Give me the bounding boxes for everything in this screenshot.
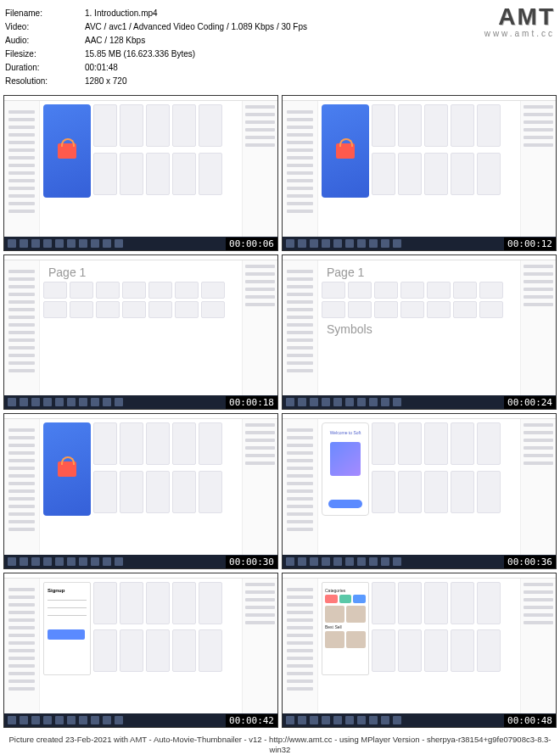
meta-label: Audio:	[5, 34, 85, 48]
sidebar-item	[287, 277, 313, 281]
artboard	[424, 471, 448, 513]
artboard	[374, 301, 398, 318]
sidebar-item	[287, 611, 313, 614]
taskbar-item	[43, 557, 52, 566]
product-image	[325, 606, 344, 623]
sidebar-item	[287, 171, 313, 175]
video-thumbnail: Signup00:00:42	[3, 573, 278, 729]
taskbar-item	[345, 716, 354, 724]
sidebar-item	[8, 171, 35, 175]
artboard-grid	[93, 582, 238, 675]
canvas-area: Signup	[40, 579, 242, 714]
sidebar-item	[287, 603, 313, 607]
sidebar-item	[8, 338, 35, 342]
sidebar-item	[524, 613, 553, 617]
artboard	[453, 301, 477, 318]
sidebar-item	[8, 672, 35, 675]
sidebar-item	[245, 288, 275, 291]
taskbar-item	[345, 239, 354, 248]
artboard	[400, 301, 424, 318]
sidebar-item	[245, 295, 275, 299]
meta-value: 15.85 MB (16.623.336 Bytes)	[85, 48, 555, 61]
sidebar-item	[287, 285, 313, 288]
sidebar-item	[524, 431, 553, 434]
sidebar-item	[245, 583, 275, 586]
page-label: Page 1	[43, 264, 238, 279]
taskbar-item	[393, 398, 401, 406]
artboard	[148, 282, 172, 299]
timestamp: 00:00:42	[226, 714, 277, 727]
welcome-button	[328, 500, 362, 508]
timestamp: 00:00:30	[226, 556, 277, 568]
artboard	[199, 629, 222, 672]
sidebar-item	[245, 613, 275, 617]
sidebar-item	[8, 277, 35, 281]
inspector-sidebar	[242, 260, 277, 396]
window-body: Signup	[4, 579, 277, 714]
sidebar-item	[287, 164, 313, 167]
artboard	[120, 104, 143, 147]
artboard-grid	[372, 104, 517, 198]
taskbar-item	[31, 557, 40, 566]
taskbar-item	[298, 239, 306, 248]
sidebar-item	[8, 210, 35, 213]
meta-label: Video:	[5, 20, 85, 34]
sidebar-item	[8, 687, 35, 691]
sidebar-item	[524, 446, 553, 450]
meta-row-resolution: Resolution: 1280 x 720	[5, 75, 555, 88]
taskbar-item	[115, 239, 123, 248]
taskbar-item	[31, 716, 40, 724]
taskbar-item	[381, 239, 389, 248]
footer-credits: Picture created 23-Feb-2021 with AMT - A…	[0, 731, 560, 755]
taskbar-item	[333, 557, 342, 566]
taskbar-item	[357, 557, 366, 566]
sidebar-item	[8, 649, 35, 652]
artboard	[374, 282, 398, 299]
window-body	[4, 101, 277, 237]
inspector-sidebar	[242, 579, 277, 714]
product-image	[346, 631, 366, 648]
artboard	[398, 582, 422, 624]
sidebar-item	[245, 423, 275, 427]
layers-sidebar	[4, 260, 40, 396]
sidebar-item	[287, 467, 313, 470]
taskbar-item	[345, 398, 354, 406]
meta-value: 00:01:48	[85, 61, 555, 75]
phone-preview-cart	[43, 422, 91, 516]
chip	[325, 595, 338, 603]
taskbar-item	[115, 398, 123, 406]
taskbar-item	[115, 716, 123, 724]
sidebar-item	[245, 590, 275, 594]
sidebar-item	[8, 187, 35, 190]
sidebar-item	[8, 316, 35, 319]
sidebar-item	[524, 598, 553, 601]
artboard	[199, 471, 222, 513]
taskbar-item	[31, 239, 40, 248]
input-line	[48, 600, 87, 601]
sidebar-item	[8, 489, 35, 493]
taskbar-item	[55, 239, 64, 248]
taskbar-item	[103, 239, 111, 248]
artboard	[424, 104, 448, 147]
sidebar-item	[287, 436, 313, 439]
sidebar-item	[8, 588, 35, 591]
sidebar-item	[524, 295, 553, 299]
taskbar-item	[31, 398, 40, 406]
product-image	[325, 631, 344, 648]
sidebar-item	[287, 126, 313, 129]
meta-value: 1280 x 720	[85, 75, 555, 88]
phone-preview-welcome: Welcome to Soft	[322, 422, 369, 516]
sidebar-item	[287, 338, 313, 342]
artboard	[372, 471, 395, 513]
sidebar-item	[524, 454, 553, 457]
taskbar-item	[103, 716, 111, 724]
amt-logo: AMT www.amt.cc	[484, 5, 555, 38]
artboard	[93, 629, 117, 672]
layers-sidebar	[283, 579, 318, 714]
sidebar-item	[8, 634, 35, 637]
sidebar-item	[8, 520, 35, 523]
taskbar-item	[333, 716, 342, 724]
sidebar-item	[8, 474, 35, 478]
cart-icon	[58, 143, 76, 159]
taskbar-item	[381, 398, 389, 406]
